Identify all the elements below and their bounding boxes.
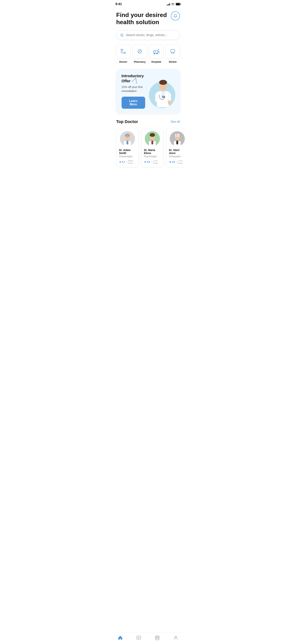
svg-rect-23 — [168, 100, 170, 104]
doctor-icon-box — [116, 44, 130, 58]
search-input[interactable] — [126, 34, 176, 37]
doctor-name-0: Dr. Adam Smith — [119, 148, 136, 154]
doctors-grid: Dr. Adam Smith Chardiologist 4,7 800m aw… — [111, 128, 185, 190]
svg-line-9 — [138, 50, 141, 53]
svg-rect-10 — [153, 50, 158, 53]
svg-point-11 — [154, 53, 155, 54]
doctor-meta-2: 4,9 3 Km away — [169, 160, 185, 164]
hospital-icon-box — [149, 44, 163, 58]
category-hospital[interactable]: Hospital — [149, 44, 163, 63]
location-icon-1 — [151, 161, 152, 163]
doctor-card-0[interactable]: Dr. Adam Smith Chardiologist 4,7 800m aw… — [116, 128, 138, 167]
location-icon-0 — [126, 161, 128, 163]
category-dentist-label: Dintist — [169, 60, 176, 63]
doctor-avatar-1 — [145, 131, 160, 146]
dentist-icon-box — [166, 44, 180, 58]
distance-1: 3 Km away — [151, 160, 160, 164]
promo-content: Introductory Offer ╱╲ 15% off your first… — [122, 74, 145, 109]
status-bar: 9:41 — [111, 0, 185, 8]
status-time: 9:41 — [116, 2, 122, 6]
svg-rect-37 — [152, 140, 153, 144]
category-dentist[interactable]: Dintist — [166, 44, 180, 63]
promo-title: Introductory Offer ╱╲ — [122, 74, 145, 84]
page-title: Find your desired health solution — [116, 11, 169, 26]
svg-line-4 — [122, 36, 123, 36]
category-doctor-label: Doctor — [119, 60, 127, 63]
svg-point-6 — [121, 49, 122, 50]
doctor-specialty-2: Orthopedist — [169, 155, 181, 158]
doctor-illustration — [151, 77, 175, 109]
distance-0: 800m away — [126, 160, 136, 164]
doctor-specialty-0: Chardiologist — [119, 155, 132, 158]
ambulance-icon — [153, 48, 160, 55]
top-doctor-header: Top Doctor See all — [111, 119, 185, 128]
doctor-meta-1: 4,9 3 Km away — [144, 160, 161, 164]
doctor-avatar-0 — [120, 131, 135, 146]
svg-point-35 — [150, 133, 155, 137]
svg-point-48 — [176, 162, 177, 162]
wifi-icon — [171, 3, 174, 6]
svg-point-25 — [163, 96, 165, 98]
learn-more-button[interactable]: Learn More — [122, 97, 145, 109]
see-all-link[interactable]: See all — [171, 120, 180, 124]
svg-point-32 — [127, 162, 127, 162]
svg-rect-1 — [180, 4, 181, 5]
pill-icon — [136, 48, 143, 55]
rating-2: 4,9 — [169, 160, 175, 163]
category-hospital-label: Hospital — [152, 60, 161, 63]
svg-rect-2 — [176, 4, 180, 5]
categories-section: Doctor Pharmacy Hospital — [111, 44, 185, 69]
promo-doctor-image — [147, 76, 175, 106]
battery-icon — [176, 3, 181, 6]
top-doctor-title: Top Doctor — [116, 119, 138, 124]
category-doctor[interactable]: Doctor — [116, 44, 130, 63]
doctor-3-illustration — [170, 131, 185, 146]
doctor-2-illustration — [145, 131, 160, 146]
search-icon — [120, 33, 124, 37]
doctor-name-1: Dr. Maria Elena — [144, 148, 161, 154]
stethoscope-icon — [120, 48, 127, 55]
location-icon-2 — [176, 161, 177, 163]
svg-marker-38 — [144, 161, 146, 163]
doctor-name-2: Dr. Stevi Jessi — [169, 148, 185, 154]
doctor-1-illustration — [120, 131, 135, 146]
promo-banner: Introductory Offer ╱╲ 15% off your first… — [116, 69, 180, 113]
svg-point-12 — [156, 53, 158, 54]
doctor-card-2[interactable]: Dr. Stevi Jessi Orthopedist 4,9 3 Km awa… — [166, 128, 185, 167]
category-pharmacy[interactable]: Pharmacy — [133, 44, 147, 63]
pharmacy-icon-box — [133, 44, 147, 58]
category-pharmacy-label: Pharmacy — [134, 60, 146, 63]
distance-2: 3 Km away — [176, 160, 185, 164]
star-icon-0 — [119, 161, 122, 163]
promo-description: 15% off your first consultation — [122, 85, 145, 93]
search-section — [111, 29, 185, 44]
star-icon-1 — [144, 161, 146, 163]
status-icons — [167, 3, 181, 6]
svg-point-39 — [152, 162, 152, 162]
doctor-specialty-1: Psychologist — [144, 155, 157, 158]
star-icon-2 — [169, 161, 171, 163]
svg-rect-30 — [126, 140, 128, 144]
doctor-avatar-2 — [170, 131, 185, 146]
doctor-card-1[interactable]: Dr. Maria Elena Psychologist 4,9 3 Km aw… — [141, 128, 164, 167]
header: Find your desired health solution — [111, 8, 185, 29]
svg-marker-47 — [169, 161, 171, 163]
svg-point-7 — [122, 49, 123, 50]
rating-1: 4,9 — [144, 160, 150, 163]
doctor-meta-0: 4,7 800m away — [119, 160, 136, 164]
bell-icon — [173, 14, 178, 18]
search-box[interactable] — [116, 30, 180, 40]
svg-point-20 — [159, 80, 167, 85]
svg-rect-24 — [155, 93, 158, 102]
tooth-icon — [169, 48, 176, 55]
rating-0: 4,7 — [119, 160, 125, 163]
svg-rect-46 — [176, 140, 178, 144]
notification-bell-button[interactable] — [171, 11, 180, 20]
svg-point-28 — [125, 134, 130, 137]
signal-icon — [167, 3, 170, 6]
svg-marker-31 — [119, 161, 121, 163]
